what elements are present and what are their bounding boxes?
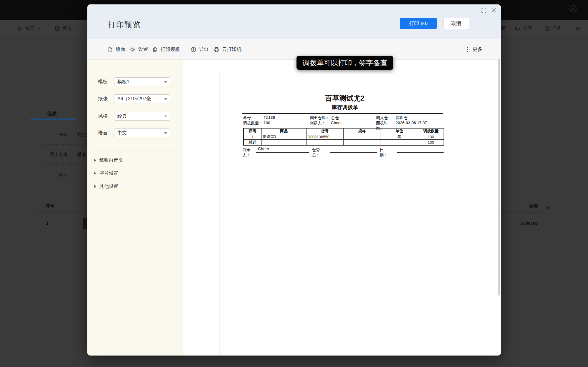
bg-edit-button[interactable]: 修改 bbox=[55, 20, 78, 37]
language-select[interactable]: 中文 bbox=[114, 129, 170, 137]
table-header-row: 序号商品 货号规格 单位调拨数量 bbox=[244, 128, 444, 134]
paper-select[interactable]: A4（210×297毫... bbox=[114, 94, 170, 103]
check-circle-icon bbox=[544, 26, 549, 31]
export-button[interactable]: 导出 bbox=[191, 39, 209, 60]
document-title: 库存调拨单 bbox=[219, 104, 471, 111]
double-chevron-right-icon[interactable] bbox=[574, 20, 581, 37]
bg-tab-info[interactable]: 信息 bbox=[47, 110, 57, 117]
preview-scrollbar[interactable] bbox=[498, 59, 500, 296]
triangle-right-icon bbox=[94, 185, 96, 188]
section-other-settings[interactable]: 其他设置 bbox=[87, 183, 183, 190]
gear-icon bbox=[130, 47, 136, 52]
bg-divider bbox=[42, 144, 87, 145]
dialog-toolbar: 版面 设置 打印模板 导出 云打印机 更多 bbox=[87, 39, 501, 60]
signature-line bbox=[397, 152, 444, 153]
bg-task-label: 任务 bbox=[552, 25, 562, 31]
page-icon bbox=[107, 47, 113, 52]
section-paper-custom[interactable]: 纸张自定义 bbox=[87, 157, 183, 164]
dialog-title: 打印预览 bbox=[108, 20, 141, 30]
bg-row-index: 1 bbox=[46, 221, 49, 226]
chevron-down-icon bbox=[164, 81, 167, 83]
print-preview-dialog: 打印预览 打印 (F1) 取消 版面 设置 打印模板 bbox=[87, 4, 501, 356]
bg-column-index: 序号 bbox=[46, 203, 54, 209]
bg-field-label: 备注： bbox=[40, 173, 72, 178]
export-label: 导出 bbox=[199, 46, 209, 53]
bg-divider bbox=[501, 212, 548, 213]
signature-maker-label: 制单人： bbox=[243, 147, 251, 158]
more-label: 更多 bbox=[473, 46, 482, 53]
section-font-size[interactable]: 字号设置 bbox=[87, 170, 183, 177]
bg-column-amount: 金额 bbox=[529, 203, 538, 209]
bg-divider bbox=[35, 237, 87, 237]
language-field-label: 语言 bbox=[98, 130, 108, 136]
vertical-dots-icon bbox=[467, 47, 468, 52]
tooltip: 调拨单可以打印，签字备查 bbox=[297, 56, 393, 70]
signature-date-label: 日期： bbox=[380, 147, 388, 158]
edit-icon bbox=[55, 26, 60, 31]
print-button-label: 打印 bbox=[409, 20, 419, 27]
bg-divider bbox=[42, 164, 87, 165]
table-total-row: 总计 100 bbox=[244, 140, 444, 146]
close-circle-icon[interactable] bbox=[569, 5, 577, 12]
bg-divider bbox=[35, 212, 87, 213]
print-button[interactable]: 打印 (F1) bbox=[400, 18, 437, 29]
sidebar-divider bbox=[94, 151, 177, 151]
bg-partial-label: 新 bbox=[501, 20, 506, 37]
fullscreen-icon[interactable] bbox=[481, 7, 487, 13]
cancel-button[interactable]: 取消 bbox=[443, 18, 469, 29]
gear-icon bbox=[17, 26, 22, 31]
bg-task-button[interactable]: 任务 bbox=[544, 20, 562, 37]
copy-pages-icon bbox=[152, 47, 158, 52]
table-row: 1 影碟CD D002130550 套 100 bbox=[244, 134, 444, 140]
more-button[interactable]: 更多 bbox=[467, 39, 482, 60]
style-field-label: 风格 bbox=[98, 113, 108, 119]
triangle-right-icon bbox=[94, 159, 96, 162]
bg-field-label: 调出仓库： bbox=[40, 152, 72, 157]
speech-bubble-icon bbox=[515, 26, 520, 31]
chevron-down-icon bbox=[164, 132, 167, 134]
bg-edit-label: 修改 bbox=[63, 25, 72, 31]
style-select[interactable]: 经典 bbox=[114, 112, 170, 121]
page-left-edge bbox=[219, 72, 219, 356]
export-icon bbox=[191, 47, 196, 52]
document-rule bbox=[242, 113, 443, 114]
chevron-down-icon bbox=[164, 98, 167, 100]
cloud-printer-button[interactable]: 云打印机 bbox=[214, 39, 241, 60]
bg-field-value: TZ13 bbox=[77, 132, 88, 137]
print-shortcut: (F1) bbox=[421, 21, 428, 26]
signature-line bbox=[256, 152, 309, 153]
dialog-header: 打印预览 打印 (F1) 取消 bbox=[87, 4, 501, 39]
close-icon[interactable] bbox=[491, 7, 497, 13]
cloud-printer-label: 云打印机 bbox=[222, 46, 241, 53]
bg-tab-active-underline bbox=[30, 119, 76, 120]
chevron-down-icon bbox=[37, 27, 41, 30]
settings-label: 设置 bbox=[138, 46, 148, 53]
document-info-row: 单号：TZ139 调出仓库：总仓 调入仓库：深圳仓 bbox=[243, 115, 446, 120]
signature-keeper-label: 仓管员： bbox=[312, 147, 320, 158]
layout-button[interactable]: 版面 bbox=[107, 39, 125, 60]
bg-row-amount: 5,800.00 bbox=[521, 221, 538, 226]
column-settings-icon[interactable] bbox=[545, 206, 550, 211]
screen: 设置 修改 新 分享 任务 信息 单号： TZ13 调出仓库： 总仓 备注： 序… bbox=[0, 0, 588, 367]
document-company-name: 百草测试尤2 bbox=[219, 94, 471, 103]
page-right-edge bbox=[471, 72, 471, 356]
template-select[interactable]: 模板1 bbox=[114, 77, 170, 86]
signature-maker-value: Cheer bbox=[258, 146, 269, 151]
dialog-sidebar: 模板 模板1 纸张 A4（210×297毫... 风格 经典 bbox=[87, 60, 183, 356]
bg-share-label: 分享 bbox=[523, 25, 532, 31]
bg-settings-label: 设置 bbox=[25, 25, 34, 31]
signature-line bbox=[330, 152, 377, 153]
bg-field-value: 总仓 bbox=[77, 152, 86, 157]
bg-settings-button[interactable]: 设置 bbox=[17, 20, 41, 37]
bg-product-thumbnail bbox=[83, 218, 87, 229]
print-template-label: 打印模板 bbox=[161, 46, 180, 53]
triangle-right-icon bbox=[94, 172, 96, 175]
print-template-button[interactable]: 打印模板 bbox=[152, 39, 180, 60]
bg-field-label: 单号： bbox=[40, 132, 72, 138]
bg-divider bbox=[501, 237, 548, 237]
layout-label: 版面 bbox=[116, 46, 125, 53]
bg-share-button[interactable]: 分享 bbox=[515, 20, 532, 37]
document-items-table: 序号商品 货号规格 单位调拨数量 1 影碟CD D002130550 套 100… bbox=[243, 128, 444, 146]
settings-button[interactable]: 设置 bbox=[130, 39, 148, 60]
template-field-label: 模板 bbox=[98, 79, 108, 85]
